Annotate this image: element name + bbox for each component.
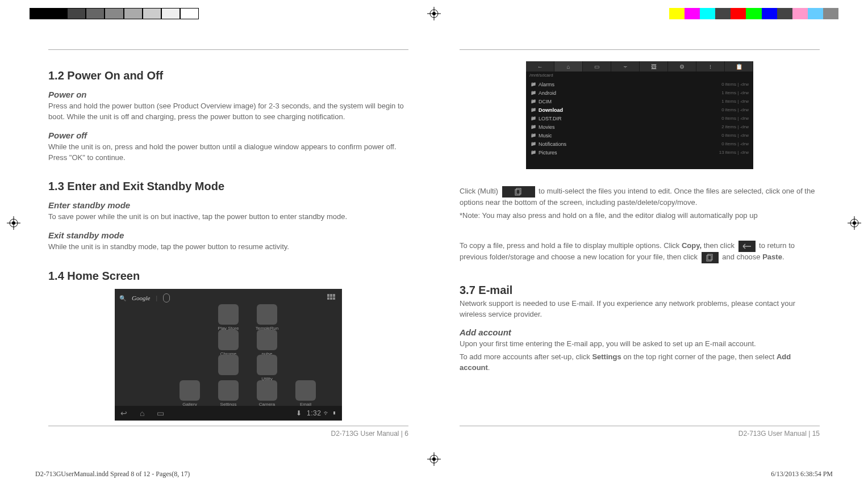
fm-folder-name: Android [531,90,556,96]
app-icon [295,355,316,375]
heading-1-3: 1.3 Enter and Exit Standby Mode [48,180,408,193]
app-icon: Utility [257,355,277,375]
body-text: Click (Multi) to multi-select the files … [460,186,820,208]
recents-icon: ▭ [157,409,164,418]
fm-folder-name: Music [531,133,552,138]
print-colorbar-right [669,8,838,19]
app-icon: Settings [218,380,239,401]
app-icon: Chrome [218,330,239,350]
page-left: 1.2 Power On and Off Power on Press and … [48,48,408,438]
nav-bar: ↩ ⌂ ▭ ⬇1:32 ᯤ ▮ [115,406,342,421]
fm-folder-name: DCIM [531,99,552,104]
body-text: While the unit is in standby mode, tap t… [48,242,408,253]
fm-folder-meta: 0 items | -drw [721,141,749,147]
fm-back-icon: ← [526,61,554,72]
fm-folder-meta: 0 items | -drw [721,107,749,113]
app-icon: Play Store [218,304,239,325]
app-icon: pulse [257,330,277,350]
fm-folder-row: LOST.DIR0 items | -drw [526,114,753,123]
page-right: ← ⌂ ▭ ⫟ 🖼 ⚙ ⫶ 📋 /mnt/sdcard Alarms0 item… [460,48,820,438]
subheading-power-on: Power on [48,90,408,99]
fm-folder-row: Notifications0 items | -drw [526,140,753,148]
fm-folder-row: Download0 items | -drw [526,106,753,114]
fm-folder-name: Alarms [531,82,554,87]
fm-folder-row: DCIM1 items | -drw [526,97,753,106]
fm-folder-meta: 1 items | -drw [721,99,749,104]
app-icon: Gallery [180,380,200,401]
app-icon [141,304,161,325]
print-timestamp: 6/13/2013 6:38:54 PM [771,470,833,478]
fm-paste-icon: 📋 [725,61,753,72]
fm-folder-meta: 0 items | -drw [721,133,749,138]
fm-folder-meta: 0 items | -drw [721,116,749,121]
subheading-enter-standby: Enter standby mode [48,200,408,210]
battery-icon: ▮ [333,409,337,417]
back-arrow-icon [738,241,756,252]
multi-select-icon [502,186,535,198]
app-icon [295,304,316,325]
print-footer: D2-713GUserManual.indd Spread 8 of 12 - … [35,470,833,478]
fm-folder-row: Movies2 items | -drw [526,123,753,131]
app-icon [141,380,161,401]
subheading-exit-standby: Exit standby mode [48,230,408,240]
fm-home-icon: ⌂ [554,61,583,72]
download-icon: ⬇ [296,409,302,417]
fm-sdcard-icon: ▭ [583,61,611,72]
subheading-add-account: Add account [460,327,820,337]
app-icon: TempleRun [257,304,277,325]
page-footer-left: D2-713G User Manual | 6 [48,426,408,438]
app-icon [141,355,161,375]
app-icon: Email [295,380,316,401]
heading-3-7: 3.7 E-mail [460,284,820,297]
fm-filter-icon: ⫶ [696,61,725,72]
fm-folder-row: Android1 items | -drw [526,89,753,97]
page-rule [48,49,408,50]
fm-folder-name: LOST.DIR [531,116,562,121]
registration-mark-icon [848,216,861,230]
fm-folder-name: Notifications [531,141,566,147]
registration-mark-icon [427,7,441,20]
app-icon [180,330,200,350]
fm-folder-row: Alarms0 items | -drw [526,80,753,89]
fm-folder-meta: 1 items | -drw [721,90,749,96]
body-text: To add more accounts after set-up, click… [460,352,820,373]
subheading-power-off: Power off [48,131,408,140]
home-icon: ⌂ [140,409,144,418]
body-text: While the unit is on, press and hold the… [48,142,408,163]
apps-grid-icon [327,294,335,300]
body-text: Upon your first time entering the E-mail… [460,339,820,350]
fm-folder-row: Music0 items | -drw [526,131,753,140]
home-screen-screenshot: 🔍 Google | Play StoreTempleRunChromepuls… [115,289,342,421]
app-icon [180,304,200,325]
print-colorbar-left [30,8,199,19]
wifi-icon: ᯤ [323,409,331,417]
fm-folder-row: Pictures13 items | -drw [526,148,753,157]
clock-time: 1:32 [307,409,321,417]
paste-target-icon [702,252,719,263]
body-text: Network support is needed to use E-mail.… [460,299,820,320]
app-icon [295,330,316,350]
file-manager-screenshot: ← ⌂ ▭ ⫟ 🖼 ⚙ ⫶ 📋 /mnt/sdcard Alarms0 item… [526,61,753,169]
fm-image-icon: 🖼 [640,61,668,72]
print-file-info: D2-713GUserManual.indd Spread 8 of 12 - … [35,470,190,478]
fm-folder-name: Pictures [531,150,557,156]
page-footer-right: D2-713G User Manual | 15 [460,426,820,438]
back-icon: ↩ [120,409,127,418]
fm-path: /mnt/sdcard [526,72,753,79]
fm-folder-meta: 2 items | -drw [721,124,749,130]
heading-1-4: 1.4 Home Screen [48,270,408,283]
registration-mark-icon [7,216,20,230]
fm-settings-icon: ⚙ [668,61,696,72]
fm-folder-name: Movies [531,124,555,130]
fm-folder-name: Download [531,107,563,113]
fm-folder-meta: 0 items | -drw [721,82,749,87]
fm-usb-icon: ⫟ [611,61,640,72]
body-text: Press and hold the power button (see Pro… [48,101,408,123]
heading-1-2: 1.2 Power On and Off [48,69,408,82]
body-note: *Note: You may also press and hold on a … [460,211,820,221]
app-icon [180,355,200,375]
page-rule [460,49,820,50]
app-icon [218,355,239,375]
app-icon [141,330,161,350]
registration-mark-icon [427,452,441,466]
